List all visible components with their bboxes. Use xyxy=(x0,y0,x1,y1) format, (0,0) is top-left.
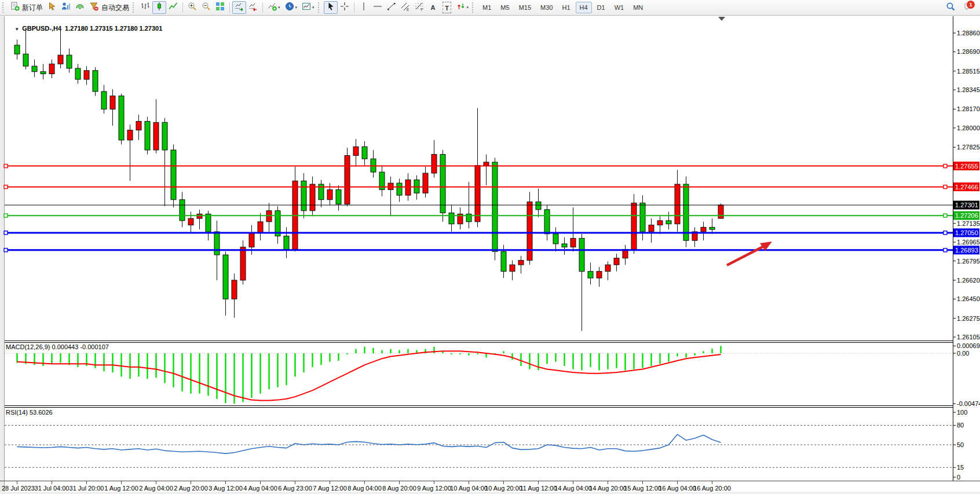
candle-up[interactable] xyxy=(510,265,515,271)
candle-up[interactable] xyxy=(310,184,315,211)
candle-up[interactable] xyxy=(249,233,254,247)
candle-down[interactable] xyxy=(93,71,98,92)
candle-up[interactable] xyxy=(649,225,654,232)
window-bottom-edge xyxy=(0,492,980,494)
line-anchor-handle[interactable] xyxy=(944,214,947,217)
candle-down[interactable] xyxy=(180,200,185,221)
candle-down[interactable] xyxy=(171,150,176,200)
candle-up[interactable] xyxy=(127,130,133,140)
candle-up[interactable] xyxy=(718,205,723,218)
macd-axis-label: -0.004748 xyxy=(957,400,980,407)
rsi-indicator-label: RSI(14) 53.6026 xyxy=(6,409,53,416)
candle-up[interactable] xyxy=(110,96,115,109)
time-tick-label: 4 Aug 04:00 xyxy=(243,485,277,492)
one-click-collapse-icon[interactable]: ▼ xyxy=(14,27,19,32)
candle-down[interactable] xyxy=(492,162,498,251)
candle-up[interactable] xyxy=(675,184,680,224)
candle-up[interactable] xyxy=(240,247,246,280)
candle-down[interactable] xyxy=(301,181,306,210)
candle-up[interactable] xyxy=(657,221,663,225)
line-anchor-handle[interactable] xyxy=(4,185,8,189)
candle-down[interactable] xyxy=(640,203,645,232)
candle-up[interactable] xyxy=(345,156,350,204)
line-anchor-handle[interactable] xyxy=(944,231,947,235)
candle-up[interactable] xyxy=(232,280,237,299)
line-anchor-handle[interactable] xyxy=(944,185,947,189)
price-label-text: 1.27655 xyxy=(955,163,978,170)
candle-up[interactable] xyxy=(327,190,332,200)
candle-up[interactable] xyxy=(58,55,63,64)
candle-down[interactable] xyxy=(397,183,402,195)
rsi-axis-label: 0 xyxy=(957,474,960,481)
chart-canvas[interactable]: 1.288601.286901.285151.283451.281701.280… xyxy=(0,0,980,494)
candle-up[interactable] xyxy=(84,71,89,79)
candle-up[interactable] xyxy=(518,261,524,265)
time-tick-label: 10 Aug 20:00 xyxy=(485,485,522,492)
candle-up[interactable] xyxy=(614,258,619,265)
candle-down[interactable] xyxy=(67,55,72,68)
candle-down[interactable] xyxy=(588,272,593,278)
candle-down[interactable] xyxy=(336,190,341,204)
candle-up[interactable] xyxy=(475,166,480,222)
time-tick-label: 28 Jul 2023 xyxy=(2,485,35,492)
price-label-text: 1.27050 xyxy=(955,229,978,236)
candle-up[interactable] xyxy=(701,227,706,232)
candle-up[interactable] xyxy=(188,218,193,225)
candle-down[interactable] xyxy=(553,234,558,244)
candle-down[interactable] xyxy=(562,244,567,247)
candle-up[interactable] xyxy=(197,214,202,219)
candle-down[interactable] xyxy=(666,221,671,224)
candle-up[interactable] xyxy=(136,121,141,130)
candle-down[interactable] xyxy=(449,213,454,224)
candle-down[interactable] xyxy=(75,68,81,79)
macd-indicator-label: MACD(12,26,9) 0.000443 -0.000107 xyxy=(6,343,109,350)
candle-down[interactable] xyxy=(162,122,167,150)
candle-down[interactable] xyxy=(362,147,367,159)
price-tick-label: 1.26450 xyxy=(957,295,980,302)
rsi-axis-label: 50 xyxy=(957,441,964,448)
candle-down[interactable] xyxy=(14,45,20,54)
candle-up[interactable] xyxy=(353,147,359,155)
candle-up[interactable] xyxy=(266,211,272,222)
candle-down[interactable] xyxy=(536,202,541,210)
line-anchor-handle[interactable] xyxy=(4,248,8,252)
candle-down[interactable] xyxy=(214,232,220,255)
candle-down[interactable] xyxy=(284,236,289,250)
time-tick-label: 9 Aug 12:00 xyxy=(417,485,451,492)
candle-down[interactable] xyxy=(544,210,550,234)
line-anchor-handle[interactable] xyxy=(944,164,947,168)
candle-up[interactable] xyxy=(571,238,576,247)
rsi-axis-label: 15 xyxy=(957,464,964,471)
line-anchor-handle[interactable] xyxy=(4,231,8,235)
candle-down[interactable] xyxy=(32,66,37,72)
candle-down[interactable] xyxy=(710,227,715,229)
candle-up[interactable] xyxy=(597,272,602,278)
candle-up[interactable] xyxy=(153,122,159,150)
candle-down[interactable] xyxy=(119,96,124,140)
line-anchor-handle[interactable] xyxy=(944,248,947,252)
line-anchor-handle[interactable] xyxy=(4,164,8,168)
line-anchor-handle[interactable] xyxy=(4,214,8,217)
candle-down[interactable] xyxy=(206,214,211,232)
price-tick-label: 1.27825 xyxy=(957,144,980,151)
price-tick-label: 1.26620 xyxy=(957,277,980,284)
candle-down[interactable] xyxy=(101,92,107,109)
candle-down[interactable] xyxy=(223,255,228,299)
candle-up[interactable] xyxy=(49,64,54,74)
candle-up[interactable] xyxy=(631,203,637,249)
price-tick-label: 1.26795 xyxy=(957,258,980,265)
candle-up[interactable] xyxy=(405,180,411,195)
candle-up[interactable] xyxy=(605,265,610,271)
candle-down[interactable] xyxy=(501,251,506,271)
candle-down[interactable] xyxy=(440,155,445,213)
candle-down[interactable] xyxy=(579,238,584,271)
candle-down[interactable] xyxy=(145,121,150,150)
candle-up[interactable] xyxy=(527,202,532,261)
candle-down[interactable] xyxy=(41,72,46,74)
candle-up[interactable] xyxy=(432,155,437,173)
candle-up[interactable] xyxy=(258,222,263,233)
candle-down[interactable] xyxy=(23,54,28,66)
time-tick-label: 15 Aug 12:00 xyxy=(624,485,661,492)
candle-up[interactable] xyxy=(484,162,489,166)
candle-up[interactable] xyxy=(423,173,428,193)
